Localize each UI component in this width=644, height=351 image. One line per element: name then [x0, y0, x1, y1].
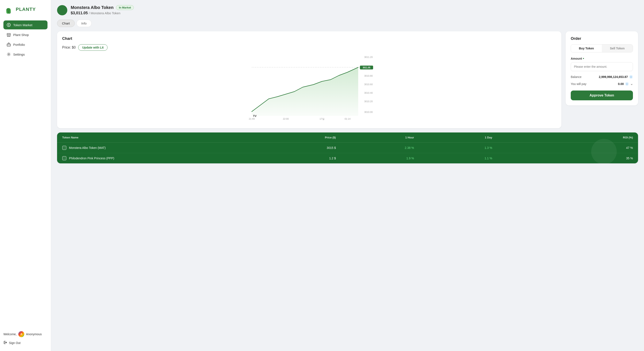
svg-text:21:49: 21:49 — [249, 118, 255, 120]
svg-text:3010.60: 3010.60 — [364, 83, 373, 86]
table-wrapper: Token Name Price ($) 1 Hour 1 Day ROI (%… — [57, 132, 638, 163]
coin-icon: $ — [6, 22, 11, 27]
table-row[interactable]: Philodendron Pink Princess (PPP) 1.2 $ 1… — [57, 153, 638, 163]
svg-rect-7 — [8, 35, 9, 36]
briefcase-icon — [6, 42, 11, 47]
svg-text:17일: 17일 — [320, 118, 324, 120]
row-checkbox-1[interactable] — [62, 156, 66, 160]
sidebar-bottom: Welcome, A Anonymous Sign Out — [4, 330, 48, 347]
cell-token-name-0: Monstera Albo Token (MAT) — [62, 146, 258, 150]
chart-svg-container: 3011.20 3011.05 3010.80 3010.60 3010.40 … — [62, 54, 556, 123]
token-price: $3,011.05 — [71, 11, 88, 15]
col-header-token-name: Token Name — [62, 136, 258, 139]
pay-info-icon[interactable]: i — [625, 82, 629, 86]
col-header-1day: 1 Day — [414, 136, 492, 139]
cell-1day-1: 1.1 % — [414, 156, 492, 160]
svg-text:3010.20: 3010.20 — [364, 100, 373, 103]
balance-row: Balance 2,999,998,124,653.87 i — [571, 75, 633, 79]
svg-text:$: $ — [8, 24, 9, 26]
logo-area: PLANTY — [4, 4, 48, 14]
token-table: Token Name Price ($) 1 Hour 1 Day ROI (%… — [57, 132, 638, 163]
svg-marker-19 — [252, 67, 358, 116]
sidebar-label-token-market: Token Market — [13, 23, 32, 27]
order-tabs: Buy Token Sell Token — [571, 44, 633, 52]
svg-text:01:14: 01:14 — [344, 118, 350, 120]
svg-text:3010.40: 3010.40 — [364, 92, 373, 94]
signout-icon — [4, 340, 7, 345]
sidebar-item-portfolio[interactable]: Portfolio — [4, 40, 48, 49]
shop-icon — [6, 32, 11, 37]
sidebar-nav: $ Token Market Plant Shop — [4, 20, 48, 60]
logo-text: PLANTY — [16, 6, 36, 12]
tab-chart[interactable]: Chart — [57, 20, 75, 27]
signout-label: Sign Out — [9, 341, 20, 344]
sidebar-label-settings: Settings — [13, 52, 25, 56]
update-with-lit-button[interactable]: Update with Lit — [78, 44, 108, 51]
svg-point-10 — [8, 54, 9, 55]
user-name: Anonymous — [26, 332, 42, 336]
content-row: Chart Price: $0 Update with Lit 3011.20 … — [57, 31, 638, 128]
svg-text:TV: TV — [253, 114, 256, 118]
chart-price-label: Price: $0 — [62, 46, 76, 50]
token-header: Monstera Albo Token In Market $3,011.05 … — [57, 5, 638, 15]
pay-value: 0.00 i ⌄ — [618, 82, 633, 86]
order-title: Order — [571, 36, 633, 41]
col-header-price: Price ($) — [258, 136, 336, 139]
svg-text:3010.00: 3010.00 — [364, 111, 373, 113]
logo-leaf-icon — [4, 5, 14, 14]
tabs-row: Chart Info — [57, 20, 638, 27]
chart-svg: 3011.20 3011.05 3010.80 3010.60 3010.40 … — [62, 54, 556, 122]
cell-roi-0: 47 % — [492, 146, 633, 150]
col-header-1hour: 1 Hour — [336, 136, 414, 139]
cell-1hour-1: 1.9 % — [336, 156, 414, 160]
table-header: Token Name Price ($) 1 Hour 1 Day ROI (%… — [57, 132, 638, 143]
cell-price-0: 3015 $ — [258, 146, 336, 150]
required-indicator: • — [583, 57, 584, 60]
col-header-roi: ROI (%) — [492, 136, 633, 139]
cell-roi-1: 35 % — [492, 156, 633, 160]
token-price-row: $3,011.05 / Monstera Albo Token — [71, 11, 134, 15]
sidebar-label-portfolio: Portfolio — [13, 43, 25, 46]
token-name: Monstera Albo Token — [71, 5, 114, 10]
sell-token-tab[interactable]: Sell Token — [602, 44, 633, 52]
chart-card: Chart Price: $0 Update with Lit 3011.20 … — [57, 31, 561, 128]
cell-price-1: 1.2 $ — [258, 156, 336, 160]
pay-row: You will pay 0.00 i ⌄ — [571, 82, 633, 86]
chevron-down-icon[interactable]: ⌄ — [630, 82, 633, 86]
gear-icon — [6, 52, 11, 57]
row-checkbox-0[interactable] — [62, 146, 66, 150]
sidebar-item-token-market[interactable]: $ Token Market — [4, 20, 48, 30]
token-title-row: Monstera Albo Token In Market — [71, 5, 134, 10]
balance-label: Balance — [571, 75, 582, 78]
cell-1hour-0: 2.38 % — [336, 146, 414, 150]
svg-text:3010.80: 3010.80 — [364, 74, 373, 77]
svg-text:3011.20: 3011.20 — [364, 56, 373, 58]
signout-button[interactable]: Sign Out — [4, 339, 48, 347]
sidebar-label-plant-shop: Plant Shop — [13, 33, 29, 37]
sidebar: PLANTY $ Token Market Plant Shop — [0, 0, 51, 351]
balance-value: 2,999,998,124,653.87 i — [599, 75, 633, 79]
sidebar-item-plant-shop[interactable]: Plant Shop — [4, 30, 48, 39]
in-market-badge: In Market — [116, 5, 134, 10]
welcome-prefix: Welcome, — [4, 332, 16, 336]
cell-token-name-1: Philodendron Pink Princess (PPP) — [62, 156, 258, 160]
amount-label: Amount • — [571, 57, 633, 60]
buy-token-tab[interactable]: Buy Token — [571, 44, 602, 52]
chart-title: Chart — [62, 36, 556, 41]
balance-info-icon[interactable]: i — [629, 75, 633, 79]
cell-1day-0: 1.3 % — [414, 146, 492, 150]
amount-input[interactable] — [571, 62, 633, 71]
sidebar-item-settings[interactable]: Settings — [4, 50, 48, 59]
token-avatar — [57, 5, 67, 15]
tab-info[interactable]: Info — [76, 20, 92, 27]
welcome-row: Welcome, A Anonymous — [4, 330, 48, 339]
svg-text:22:00: 22:00 — [283, 118, 289, 120]
token-info: Monstera Albo Token In Market $3,011.05 … — [71, 5, 134, 15]
chart-controls: Price: $0 Update with Lit — [62, 44, 556, 51]
table-row[interactable]: Monstera Albo Token (MAT) 3015 $ 2.38 % … — [57, 143, 638, 153]
token-price-sub: / Monstera Albo Token — [89, 11, 120, 15]
main-content: Monstera Albo Token In Market $3,011.05 … — [51, 0, 644, 351]
svg-text:3011.05: 3011.05 — [363, 66, 370, 69]
approve-token-button[interactable]: Approve Token — [571, 90, 633, 100]
pay-label: You will pay — [571, 82, 586, 86]
